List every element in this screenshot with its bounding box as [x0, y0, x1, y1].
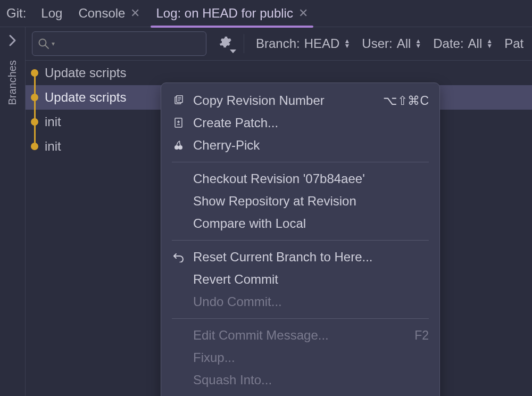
- menu-label: Copy Revision Number: [193, 93, 375, 108]
- commit-message: Update scripts: [45, 90, 126, 105]
- menu-cherry-pick[interactable]: Cherry-Pick: [161, 134, 439, 156]
- blank-icon: [173, 374, 185, 386]
- blank-icon: [173, 195, 185, 207]
- filter-date[interactable]: Date: All: [433, 36, 493, 51]
- sort-icon: [415, 39, 421, 48]
- menu-drop-commits: Drop Commits: [161, 391, 439, 396]
- menu-shortcut: ⌥⇧⌘C: [383, 94, 429, 108]
- commit-row[interactable]: Update scripts: [26, 61, 532, 85]
- filter-value: HEAD: [304, 36, 340, 51]
- menu-separator: [172, 318, 429, 319]
- copy-icon: [173, 95, 185, 106]
- commit-dot-icon: [31, 143, 38, 150]
- menu-label: Create Patch...: [193, 116, 429, 130]
- menu-label: Revert Commit: [193, 272, 429, 287]
- undo-icon: [173, 251, 185, 263]
- context-menu: Copy Revision Number ⌥⇧⌘C Create Patch..…: [161, 82, 440, 396]
- menu-separator: [172, 162, 429, 162]
- tab-label: Log: on HEAD for public: [156, 6, 293, 21]
- menu-label: Edit Commit Message...: [193, 328, 406, 343]
- graph-line: [34, 72, 36, 148]
- menu-label: Reset Current Branch to Here...: [193, 250, 429, 265]
- filter-path[interactable]: Pat: [504, 36, 523, 51]
- menu-shortcut: F2: [414, 328, 429, 343]
- chevron-down-icon: ▾: [52, 40, 55, 47]
- commit-message: Update scripts: [45, 65, 126, 80]
- tab-log[interactable]: Log: [38, 2, 65, 25]
- filter-label: Branch:: [256, 36, 300, 51]
- tab-bar: Git: Log Console ✕ Log: on HEAD for publ…: [0, 0, 532, 27]
- sort-icon: [486, 39, 493, 48]
- gear-icon[interactable]: [218, 35, 232, 52]
- filter-branch[interactable]: Branch: HEAD: [256, 36, 350, 51]
- svg-point-12: [178, 145, 182, 150]
- tab-label: Log: [41, 6, 62, 21]
- menu-reset-branch[interactable]: Reset Current Branch to Here...: [161, 246, 439, 268]
- search-input[interactable]: ▾: [32, 31, 206, 56]
- divider: [244, 34, 244, 53]
- menu-label: Undo Commit...: [193, 294, 429, 309]
- filter-label: Date:: [433, 36, 463, 51]
- svg-line-1: [45, 45, 48, 48]
- filter-user[interactable]: User: All: [362, 36, 421, 51]
- menu-label: Compare with Local: [193, 216, 429, 231]
- blank-icon: [173, 296, 185, 308]
- svg-point-11: [174, 145, 179, 150]
- sidebar: Branches: [0, 27, 26, 396]
- menu-label: Checkout Revision '07b84aee': [193, 171, 429, 186]
- filter-value: All: [468, 36, 483, 51]
- menu-label: Squash Into...: [193, 373, 429, 387]
- branches-label[interactable]: Branches: [6, 60, 19, 105]
- commit-message: init: [45, 139, 61, 154]
- menu-squash-into: Squash Into...: [161, 369, 439, 391]
- cherry-icon: [173, 139, 185, 151]
- menu-label: Fixup...: [193, 350, 429, 365]
- blank-icon: [173, 173, 185, 185]
- menu-compare-with-local[interactable]: Compare with Local: [161, 212, 439, 235]
- menu-create-patch[interactable]: Create Patch...: [161, 112, 439, 134]
- chevron-right-icon[interactable]: [8, 34, 18, 51]
- close-icon[interactable]: ✕: [130, 7, 140, 19]
- toolbar: ▾ Branch: HEAD User: All Date: All: [26, 27, 532, 61]
- tab-console[interactable]: Console ✕: [75, 2, 143, 25]
- menu-checkout-revision[interactable]: Checkout Revision '07b84aee': [161, 168, 439, 190]
- menu-label: Cherry-Pick: [193, 138, 429, 153]
- filter-label: Pat: [504, 36, 523, 51]
- blank-icon: [173, 274, 185, 285]
- menu-label: Show Repository at Revision: [193, 194, 429, 209]
- tab-prefix: Git:: [4, 6, 28, 21]
- menu-show-repo-at-revision[interactable]: Show Repository at Revision: [161, 190, 439, 212]
- search-icon: [38, 38, 49, 50]
- menu-separator: [172, 240, 429, 241]
- commit-dot-icon: [31, 69, 38, 77]
- menu-undo-commit: Undo Commit...: [161, 291, 439, 313]
- commit-message: init: [45, 114, 61, 129]
- blank-icon: [173, 329, 185, 341]
- commit-dot-icon: [31, 94, 38, 101]
- patch-icon: [173, 117, 185, 129]
- menu-fixup: Fixup...: [161, 346, 439, 369]
- commit-dot-icon: [31, 118, 38, 126]
- blank-icon: [173, 218, 185, 229]
- menu-revert-commit[interactable]: Revert Commit: [161, 268, 439, 291]
- tab-label: Console: [78, 6, 125, 21]
- sort-icon: [344, 39, 350, 48]
- close-icon[interactable]: ✕: [298, 7, 308, 19]
- tab-log-head[interactable]: Log: on HEAD for public ✕: [153, 2, 311, 25]
- menu-copy-revision[interactable]: Copy Revision Number ⌥⇧⌘C: [161, 89, 439, 112]
- blank-icon: [173, 352, 185, 364]
- menu-edit-commit-message: Edit Commit Message... F2: [161, 324, 439, 346]
- filter-label: User:: [362, 36, 392, 51]
- filter-value: All: [397, 36, 411, 51]
